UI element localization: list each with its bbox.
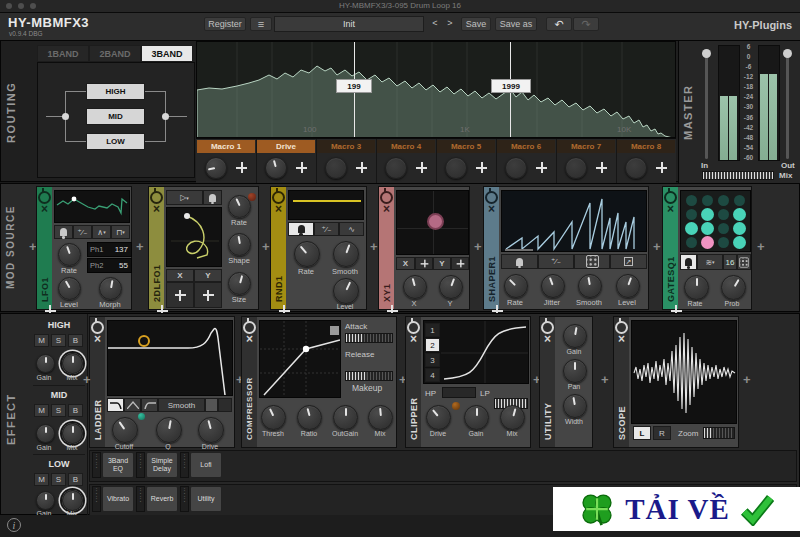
tab-1band[interactable]: 1BAND: [37, 45, 89, 62]
close-icon[interactable]: ×: [410, 334, 417, 344]
lfo1-wave-display[interactable]: [54, 190, 130, 223]
shaper1-trigger-icon[interactable]: [501, 254, 538, 269]
macro-7-knob[interactable]: [565, 157, 587, 179]
ladder-drive-knob[interactable]: [198, 417, 224, 443]
preset-prev-button[interactable]: <: [428, 17, 442, 31]
macro-1-label[interactable]: Macro 1: [197, 140, 255, 153]
scope-left-button[interactable]: L: [633, 426, 651, 440]
macro-5-label[interactable]: Macro 5: [437, 140, 495, 153]
compressor-outgain-knob[interactable]: [333, 405, 358, 430]
drag-handle-icon[interactable]: ⋮⋮⋮⋮: [180, 452, 189, 478]
macro-2-assign-icon[interactable]: [296, 162, 307, 173]
power-icon[interactable]: [485, 191, 498, 204]
close-icon[interactable]: ×: [41, 204, 48, 214]
power-icon[interactable]: [272, 191, 285, 204]
macro-7-assign-icon[interactable]: [596, 162, 607, 173]
xy1-x-assign-icon[interactable]: [415, 257, 433, 270]
macro-3-assign-icon[interactable]: [356, 162, 367, 173]
low-solo-button[interactable]: S: [51, 473, 66, 486]
xy1-y-assign-icon[interactable]: [451, 257, 469, 270]
xy1-x-knob[interactable]: [403, 275, 427, 299]
lfo1-step-select[interactable]: ⊓▾: [111, 225, 130, 239]
macro-4-knob[interactable]: [385, 157, 407, 179]
shaper1-level-knob[interactable]: [616, 274, 640, 298]
shaper1-edit-icon[interactable]: ↗: [610, 254, 647, 269]
shaper1-rate-knob[interactable]: [504, 274, 528, 298]
add-effect-slot-icon[interactable]: +: [743, 372, 751, 387]
shaper1-jitter-knob[interactable]: [541, 274, 565, 298]
tab-3band[interactable]: 3BAND: [141, 45, 193, 62]
close-icon[interactable]: ×: [94, 334, 101, 344]
gate-step[interactable]: [718, 237, 729, 248]
spectrum-display[interactable]: 199 1999 100 1K 10K: [196, 41, 676, 138]
add-mod-slot-icon[interactable]: +: [653, 239, 661, 254]
master-mix-slider[interactable]: [702, 171, 774, 180]
clipper-mode-3[interactable]: 3: [425, 353, 440, 367]
macro-6-assign-icon[interactable]: [536, 162, 547, 173]
power-icon[interactable]: [664, 191, 677, 204]
gate-step[interactable]: [733, 236, 746, 249]
scope-zoom-slider[interactable]: [703, 427, 735, 439]
rnd1-wave-icon[interactable]: ∿: [339, 222, 364, 236]
gateseq1-trigger-icon[interactable]: [680, 254, 697, 270]
crossover-value-2[interactable]: 1999: [491, 79, 531, 93]
macro-2-knob[interactable]: [265, 157, 287, 179]
slot-3band-eq[interactable]: 3Band EQ: [102, 452, 134, 478]
routing-band-mid[interactable]: MID: [86, 108, 145, 125]
add-mod-slot-icon[interactable]: +: [474, 239, 482, 254]
high-bypass-button[interactable]: B: [68, 334, 83, 347]
drag-handle-icon[interactable]: ⋮⋮⋮⋮: [136, 486, 145, 512]
macro-3-knob[interactable]: [325, 157, 347, 179]
low-gain-knob[interactable]: [36, 491, 55, 510]
watermark-banner[interactable]: TẢI VỀ: [553, 487, 800, 531]
close-icon[interactable]: ×: [544, 334, 551, 344]
2dlfo1-xy-display[interactable]: [166, 207, 222, 267]
clipper-mode-2[interactable]: 2: [425, 338, 440, 352]
add-effect-slot-icon[interactable]: +: [601, 372, 609, 387]
gate-step[interactable]: [733, 208, 746, 221]
gate-step[interactable]: [702, 195, 713, 206]
shaper1-sync-icon[interactable]: ⁺⁄₋: [538, 254, 574, 269]
ladder-smooth-box-1[interactable]: [205, 398, 218, 412]
macro-8-knob[interactable]: [625, 157, 647, 179]
info-button[interactable]: i: [7, 518, 21, 532]
shaper1-display[interactable]: [501, 190, 647, 252]
mid-mix-knob[interactable]: [62, 423, 83, 444]
2dlfo1-shape-select[interactable]: ▷▾: [166, 190, 203, 205]
compressor-release-slider[interactable]: [345, 371, 393, 381]
rnd1-trigger-icon[interactable]: [288, 222, 314, 236]
utility-width-knob[interactable]: [563, 394, 587, 418]
gateseq1-steps-value[interactable]: 16: [723, 254, 737, 270]
clipper-mix-knob[interactable]: [500, 405, 525, 430]
slot-vibrato[interactable]: Vibrato: [102, 486, 134, 512]
gate-step[interactable]: [701, 222, 714, 235]
lfo1-level-knob[interactable]: [58, 277, 81, 300]
routing-band-low[interactable]: LOW: [86, 133, 145, 150]
drag-handle-icon[interactable]: ⋮⋮⋮⋮: [180, 486, 189, 512]
low-mix-knob[interactable]: [62, 490, 83, 511]
add-mod-slot-icon[interactable]: +: [370, 239, 378, 254]
close-icon[interactable]: ×: [618, 334, 625, 344]
master-out-slider-thumb[interactable]: [783, 49, 792, 58]
close-icon[interactable]: ×: [246, 334, 253, 344]
ladder-q-knob[interactable]: [156, 417, 182, 443]
ladder-lowpass-icon[interactable]: [107, 398, 124, 412]
compressor-attack-slider[interactable]: [345, 333, 393, 343]
macro-1-knob[interactable]: [205, 157, 227, 179]
clipper-mode-1[interactable]: 1: [425, 323, 440, 337]
macro-5-assign-icon[interactable]: [476, 162, 487, 173]
gate-step[interactable]: [685, 222, 698, 235]
clipper-gain-knob[interactable]: [464, 405, 489, 430]
gate-step[interactable]: [686, 209, 697, 220]
macro-4-label[interactable]: Macro 4: [377, 140, 435, 153]
ladder-cutoff-knob[interactable]: [112, 417, 138, 443]
master-out-slider[interactable]: [786, 49, 789, 159]
add-mod-slot-icon[interactable]: +: [262, 239, 270, 254]
gateseq1-pattern-select[interactable]: ≋▾: [697, 254, 723, 270]
gate-step[interactable]: [718, 223, 729, 234]
add-mod-slot-icon[interactable]: +: [757, 239, 765, 254]
power-icon[interactable]: [38, 191, 51, 204]
rnd1-rate-knob[interactable]: [294, 241, 320, 267]
power-icon[interactable]: [380, 191, 393, 204]
menu-button[interactable]: ≡: [250, 17, 272, 31]
